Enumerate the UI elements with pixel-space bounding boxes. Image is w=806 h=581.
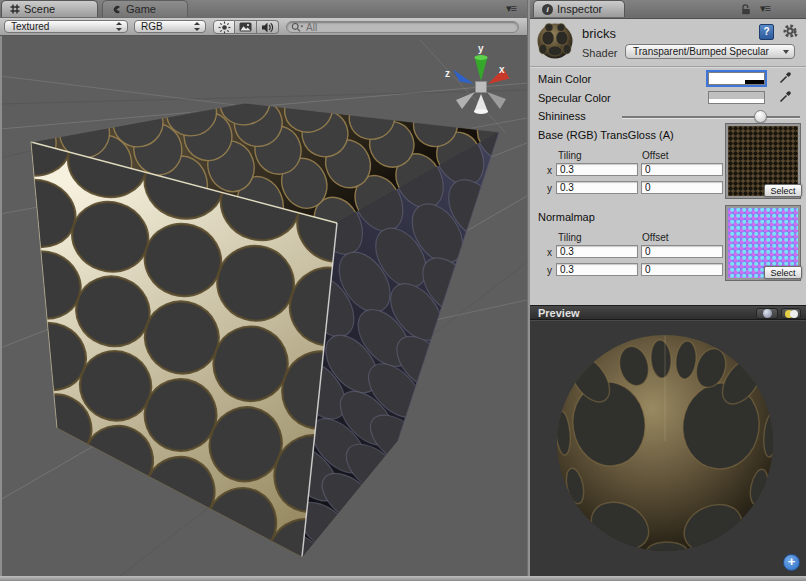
search-field[interactable] (286, 21, 519, 33)
shininess-knob[interactable] (754, 110, 767, 123)
skybox-toggle-button[interactable] (235, 20, 257, 34)
base-offset-y-field[interactable] (641, 181, 723, 194)
preview-sphere-render (530, 321, 806, 577)
preview-title: Preview (538, 307, 580, 319)
game-icon (111, 4, 122, 15)
tab-inspector[interactable]: i Inspector (533, 0, 625, 17)
y-axis-cone[interactable] (475, 57, 488, 81)
gizmo-z-label: z (445, 68, 450, 79)
shader-value: Transparent/Bumped Specular (633, 46, 769, 57)
eyedropper-icon[interactable] (778, 89, 793, 104)
base-map-label: Base (RGB) TransGloss (A) (538, 129, 674, 141)
y-row-label: y (547, 265, 552, 276)
tab-scene[interactable]: Scene (1, 0, 98, 17)
base-texture-select-button[interactable]: Select (764, 184, 802, 197)
normal-texture-select-button[interactable]: Select (764, 266, 802, 279)
scene-toolbar: Textured RGB (0, 18, 527, 36)
search-input[interactable] (306, 22, 514, 33)
gizmo-front-cone-base (474, 109, 488, 114)
inspector-panel-menu-icon[interactable]: ▾≡ (760, 2, 770, 15)
help-icon[interactable]: ? (759, 24, 774, 40)
orientation-gizmo[interactable]: y z x (445, 43, 510, 114)
updown-arrows-icon (116, 22, 123, 31)
normal-offset-x-field[interactable] (641, 245, 723, 258)
preview-light-toggle[interactable] (781, 308, 801, 319)
base-offset-x-field[interactable] (641, 163, 723, 176)
offset-header: Offset (642, 232, 669, 243)
y-row-label: y (547, 183, 552, 194)
window-edge (0, 36, 2, 576)
gizmo-center-cube[interactable] (476, 82, 487, 93)
tab-label: Inspector (557, 3, 602, 15)
gizmo-back-cone[interactable] (456, 92, 475, 109)
preview-sphere-button[interactable] (756, 308, 778, 319)
inspector-tabstrip: i Inspector ▾≡ (530, 0, 806, 19)
gizmo-x-label: x (499, 64, 505, 75)
y-axis-cone-base (475, 55, 488, 60)
material-preview[interactable]: + (530, 320, 806, 576)
grid-icon (10, 4, 20, 14)
textured-cube[interactable] (0, 77, 527, 576)
scene-tabstrip: Scene Game ▾≡ (0, 0, 527, 19)
offset-header: Offset (642, 150, 669, 161)
base-tiling-x-field[interactable] (556, 163, 638, 176)
specular-color-swatch[interactable] (708, 91, 765, 104)
color-mode-dropdown[interactable]: RGB (134, 20, 206, 33)
window-resize-bar[interactable] (0, 576, 806, 581)
tiling-header: Tiling (558, 150, 582, 161)
audio-toggle-button[interactable] (257, 20, 279, 34)
z-axis-cone[interactable] (453, 70, 474, 85)
speaker-icon (261, 21, 274, 34)
info-icon: i (542, 4, 553, 15)
shader-field-label: Shader (582, 47, 617, 59)
eyedropper-icon[interactable] (778, 70, 793, 85)
lock-icon[interactable] (740, 3, 752, 15)
tab-label: Game (126, 3, 156, 15)
sphere-icon (763, 309, 772, 318)
gizmo-back-cone[interactable] (487, 92, 506, 109)
image-icon (239, 22, 252, 32)
normal-tiling-x-field[interactable] (556, 245, 638, 258)
render-mode-value: Textured (11, 21, 49, 32)
x-row-label: x (547, 165, 552, 176)
material-thumbnail (535, 21, 575, 61)
search-icon (291, 22, 304, 33)
preview-header[interactable]: Preview (530, 305, 806, 320)
gizmo-y-label: y (478, 43, 484, 54)
normal-tiling-y-field[interactable] (556, 263, 638, 276)
color-mode-value: RGB (141, 21, 163, 32)
sun-icon (218, 21, 231, 34)
unity-editor-window: Scene Game ▾≡ Textured RGB (0, 0, 806, 581)
normal-offset-y-field[interactable] (641, 263, 723, 276)
light-off-icon (790, 310, 798, 318)
render-mode-dropdown[interactable]: Textured (4, 20, 128, 33)
tab-label: Scene (24, 3, 55, 15)
scene-3d-view[interactable]: y z x (0, 36, 527, 576)
updown-arrows-icon (194, 22, 201, 31)
dropdown-arrow-icon (783, 50, 789, 54)
main-color-swatch[interactable] (708, 72, 765, 85)
inspector-panel: i Inspector ▾≡ (530, 0, 806, 576)
shader-dropdown[interactable]: Transparent/Bumped Specular (625, 44, 795, 59)
scene-panel-menu-icon[interactable]: ▾≡ (506, 2, 516, 15)
tiling-header: Tiling (558, 232, 582, 243)
alpha-bar (709, 80, 764, 84)
section-divider (530, 66, 806, 67)
scene-viewport[interactable]: y z x (0, 36, 527, 576)
lighting-toggle-button[interactable] (213, 20, 235, 34)
main-color-label: Main Color (538, 73, 591, 85)
material-name: bricks (582, 26, 616, 41)
shininess-slider[interactable] (622, 116, 800, 118)
base-tiling-y-field[interactable] (556, 181, 638, 194)
shininess-label: Shininess (538, 110, 586, 122)
normal-map-label: Normalmap (538, 211, 595, 223)
alpha-bar (709, 99, 764, 103)
tab-game[interactable]: Game (102, 0, 188, 17)
x-row-label: x (547, 247, 552, 258)
specular-color-label: Specular Color (538, 92, 611, 104)
add-preview-button[interactable]: + (783, 554, 800, 571)
gear-icon[interactable] (782, 23, 800, 40)
